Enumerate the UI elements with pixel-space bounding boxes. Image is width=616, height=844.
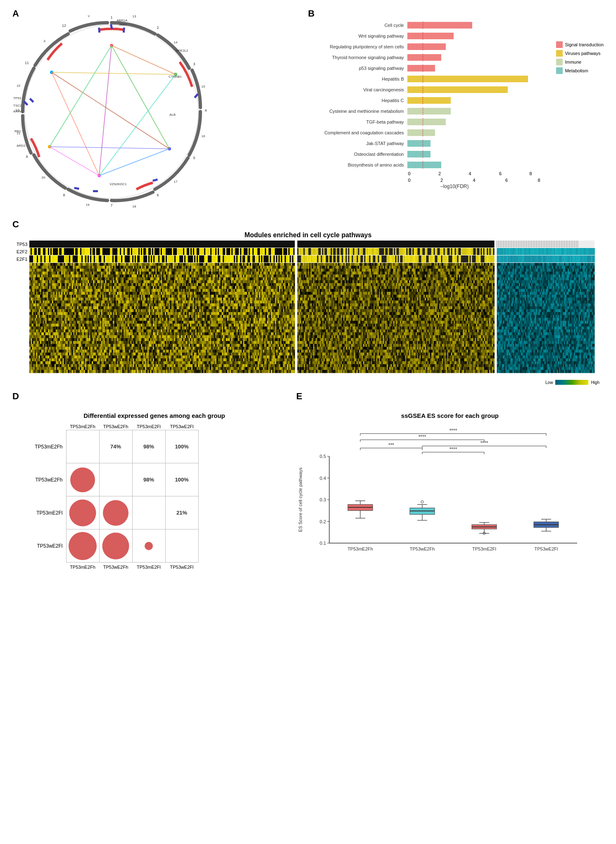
svg-text:VZN2KDC1: VZN2KDC1 — [109, 182, 127, 186]
svg-rect-5987 — [346, 295, 348, 298]
svg-rect-12279 — [134, 338, 136, 341]
svg-rect-7089 — [95, 303, 96, 307]
svg-rect-3184 — [48, 277, 50, 281]
svg-rect-14159 — [349, 350, 350, 353]
svg-rect-12163 — [549, 335, 551, 339]
svg-rect-2826 — [144, 274, 145, 278]
svg-rect-12408 — [308, 338, 309, 341]
svg-rect-2807 — [119, 274, 120, 278]
svg-rect-12813 — [272, 341, 274, 344]
svg-rect-12758 — [200, 341, 201, 344]
svg-rect-126 — [42, 248, 43, 255]
svg-rect-2918 — [266, 274, 267, 278]
svg-rect-5973 — [328, 295, 329, 298]
svg-rect-3801 — [299, 280, 300, 284]
svg-rect-13073 — [47, 344, 48, 347]
svg-rect-4011 — [571, 280, 573, 284]
svg-rect-15457 — [359, 358, 361, 362]
svg-rect-8418 — [146, 312, 148, 315]
svg-rect-11755 — [576, 332, 578, 336]
svg-rect-16384 — [447, 364, 449, 367]
svg-rect-2696 — [541, 272, 542, 275]
svg-rect-2646 — [476, 272, 478, 275]
svg-rect-15930 — [416, 361, 417, 365]
svg-rect-5034 — [221, 289, 222, 292]
svg-rect-1790 — [481, 266, 483, 269]
svg-rect-1771 — [457, 266, 458, 269]
svg-rect-4269 — [349, 283, 350, 286]
svg-rect-2019 — [214, 269, 216, 272]
svg-rect-228 — [168, 248, 169, 255]
svg-rect-3475 — [435, 277, 437, 281]
svg-rect-1715 — [383, 266, 385, 269]
svg-rect-711 — [207, 255, 208, 262]
svg-rect-3317 — [225, 277, 226, 281]
svg-rect-4023 — [586, 280, 587, 284]
svg-rect-14575 — [330, 353, 332, 356]
svg-rect-9162 — [561, 315, 562, 318]
svg-rect-6325 — [222, 298, 224, 301]
svg-rect-4667 — [307, 286, 308, 289]
svg-rect-6841 — [338, 300, 340, 304]
svg-rect-6113 — [513, 295, 514, 298]
svg-rect-6542 — [511, 298, 513, 301]
svg-rect-16625 — [195, 367, 197, 370]
svg-rect-1504 — [101, 266, 103, 269]
svg-rect-14304 — [538, 350, 540, 353]
svg-rect-2196 — [450, 269, 452, 272]
svg-rect-3092 — [499, 274, 501, 278]
svg-rect-12145 — [528, 335, 529, 339]
svg-rect-15585 — [528, 358, 529, 362]
heatmap-label-tp53: TP53 — [17, 241, 27, 248]
svg-rect-14343 — [586, 350, 587, 353]
svg-rect-11217 — [438, 329, 440, 333]
svg-rect-1328 — [439, 263, 441, 266]
svg-rect-6780 — [255, 300, 257, 304]
svg-rect-1817 — [518, 266, 519, 269]
svg-rect-2323 — [47, 272, 48, 275]
svg-rect-12978 — [492, 341, 494, 344]
svg-rect-6324 — [221, 298, 222, 301]
svg-rect-12181 — [571, 335, 573, 339]
svg-rect-265 — [214, 248, 215, 255]
svg-rect-7672 — [300, 306, 302, 310]
svg-rect-5055 — [248, 289, 250, 292]
svg-rect-13225 — [248, 344, 250, 347]
svg-rect-11272 — [511, 329, 513, 333]
svg-rect-3567 — [554, 277, 556, 281]
svg-rect-15742 — [165, 361, 166, 365]
svg-rect-1998 — [186, 269, 188, 272]
svg-rect-6076 — [463, 295, 465, 298]
svg-rect-10753 — [393, 327, 395, 330]
svg-rect-6312 — [205, 298, 206, 301]
svg-rect-7348 — [439, 303, 441, 307]
svg-rect-14768 — [580, 353, 581, 356]
svg-rect-2081 — [299, 269, 300, 272]
svg-rect-15674 — [75, 361, 76, 365]
svg-rect-2399 — [147, 272, 149, 275]
svg-rect-12240 — [83, 338, 84, 341]
svg-rect-8254 — [502, 309, 503, 312]
svg-rect-8995 — [343, 315, 345, 318]
svg-rect-11054 — [221, 329, 222, 333]
svg-rect-245 — [189, 248, 190, 255]
svg-rect-807 — [328, 255, 330, 262]
svg-rect-7914 — [48, 309, 50, 312]
svg-rect-5004 — [181, 289, 183, 292]
svg-rect-4237 — [307, 283, 308, 286]
svg-rect-16431 — [510, 364, 511, 367]
svg-rect-3145 — [564, 274, 565, 278]
svg-rect-5360 — [83, 292, 84, 295]
svg-rect-9767 — [225, 321, 226, 324]
svg-rect-10813 — [472, 327, 474, 330]
svg-rect-7332 — [418, 303, 420, 307]
svg-rect-6630 — [56, 300, 58, 304]
svg-rect-13975 — [102, 350, 104, 353]
svg-rect-14322 — [561, 350, 562, 353]
svg-rect-12842 — [313, 341, 315, 344]
svg-rect-6725 — [182, 300, 184, 304]
svg-rect-16660 — [242, 367, 243, 370]
svg-rect-1182 — [245, 263, 246, 266]
svg-rect-2916 — [263, 274, 265, 278]
svg-rect-1961 — [137, 269, 139, 272]
